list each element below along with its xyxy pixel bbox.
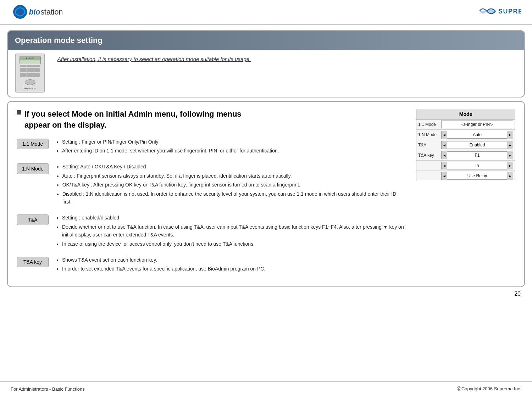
svg-text:bio: bio [29, 8, 40, 16]
mode-item-11: 1:1 Mode Setting : Finger or PIN/Finger … [17, 138, 405, 156]
page-number-box: 20 [514, 291, 521, 297]
list-item: Setting : Finger or PIN/Finger Only/Pin … [62, 138, 405, 146]
mode-desc-takey: Shows T&A event set on each function key… [56, 256, 405, 274]
operation-title: Operation mode setting [15, 36, 102, 45]
mode-tag-takey: T&A key [17, 257, 49, 267]
mode-value-1: ◁Finger or PIN▷ [442, 122, 513, 127]
mode-tag-11: 1:1 Mode [17, 139, 49, 149]
mode-control-3: ◄ Enabled ► [441, 141, 513, 149]
mode-control-2: ◄ Auto ► [441, 131, 513, 139]
bullet-square [17, 110, 21, 115]
page-number: 20 [514, 291, 521, 297]
mode-value-3: Enabled [447, 143, 507, 147]
mode-item-ta: T&A Setting : enabled/disabled Decide wh… [17, 214, 405, 249]
mode-panel-row-6: ◄ Use Relay ► [416, 171, 515, 181]
mode-control-5: ◄ In ► [441, 162, 513, 169]
mode-panel-row-2: 1:N Mode ◄ Auto ► [416, 130, 515, 140]
list-item: Auto : Fingerprint sensor is always on s… [62, 172, 405, 180]
mode-arrow-left-2[interactable]: ◄ [442, 131, 447, 139]
mode-label-3: T&A [418, 143, 441, 147]
footer-right: ⓒCopyright 2006 Suprema Inc. [457, 386, 521, 392]
list-item: Decide whether or not to use T&A functio… [62, 223, 405, 239]
mode-desc-ta: Setting : enabled/disabled Decide whethe… [56, 214, 405, 249]
mode-label-4: T&A key [418, 153, 441, 158]
list-item: Shows T&A event set on each function key… [62, 256, 405, 264]
list-item: After entering ID on 1:1 mode, set wheth… [62, 147, 405, 155]
mode-item-takey: T&A key Shows T&A event set on each func… [17, 256, 405, 274]
mode-arrow-left-6[interactable]: ◄ [442, 172, 447, 180]
content-section: If you select Mode on initial Admin menu… [7, 101, 525, 287]
list-item: Disabled : 1:N identification is not use… [62, 190, 405, 206]
device-keypad [20, 65, 40, 77]
mode-value-5: In [447, 163, 507, 168]
intro-line2: appear on the display. [24, 121, 106, 129]
operation-box: Operation mode setting biostation b [7, 30, 525, 97]
mode-label-1: 1:1 Mode [418, 122, 441, 127]
list-item: Setting : enabled/disabled [62, 214, 405, 222]
mode-panel-row-3: T&A ◄ Enabled ► [416, 140, 515, 150]
mode-tag-1n: 1:N Mode [17, 163, 49, 174]
list-item: In case of using the device for access c… [62, 240, 405, 248]
mode-arrow-right-5[interactable]: ► [507, 162, 513, 169]
top-header: bio station SUPREMA [0, 0, 532, 25]
intro-text: If you select Mode on initial Admin menu… [24, 109, 242, 131]
mode-control-6: ◄ Use Relay ► [441, 172, 513, 180]
mode-desc-1n: Setting: Auto / OK/T&A Key / Disabled Au… [56, 163, 405, 207]
device-image: biostation biostation [15, 54, 50, 93]
mode-value-2: Auto [447, 132, 507, 137]
svg-text:station: station [40, 8, 63, 16]
subtitle-text: After installation, it is necessary to s… [57, 54, 251, 63]
list-item: OK/T&A key : After pressing OK key or T&… [62, 181, 405, 189]
list-item: In order to set extended T&A events for … [62, 265, 405, 273]
mode-arrow-right-4[interactable]: ► [507, 151, 513, 159]
mode-panel-row-1: 1:1 Mode ◁Finger or PIN▷ [416, 119, 515, 130]
logo-suprema: SUPREMA [475, 2, 521, 22]
mode-panel: Mode 1:1 Mode ◁Finger or PIN▷ 1:N Mode ◄… [416, 109, 515, 181]
mode-panel-row-5: ◄ In ► [416, 161, 515, 171]
mode-arrow-right-3[interactable]: ► [507, 141, 513, 149]
logo-biostation: bio station [11, 3, 67, 21]
mode-value-6: Use Relay [447, 173, 507, 178]
mode-desc-11: Setting : Finger or PIN/Finger Only/Pin … [56, 138, 405, 156]
svg-text:SUPREMA: SUPREMA [498, 8, 521, 15]
list-item: Setting: Auto / OK/T&A Key / Disabled [62, 163, 405, 171]
mode-tag-ta: T&A [17, 214, 49, 225]
footer-left: For Administrators - Basic Functions [11, 386, 85, 392]
mode-label-2: 1:N Mode [418, 132, 441, 137]
mode-arrow-left-3[interactable]: ◄ [442, 141, 447, 149]
page-footer: For Administrators - Basic Functions ⓒCo… [0, 381, 532, 396]
device-subtitle-row: biostation biostation After installation… [8, 50, 524, 93]
mode-arrow-left-4[interactable]: ◄ [442, 151, 447, 159]
mode-arrow-left-5[interactable]: ◄ [442, 162, 447, 169]
device-screen: biostation [20, 56, 41, 64]
mode-panel-row-4: T&A key ◄ F1 ► [416, 150, 515, 161]
operation-header: Operation mode setting [8, 31, 524, 50]
mode-arrow-right-2[interactable]: ► [507, 131, 513, 139]
mode-arrow-right-6[interactable]: ► [507, 172, 513, 180]
mode-panel-header: Mode [416, 109, 515, 119]
intro-line1: If you select Mode on initial Admin menu… [24, 110, 242, 118]
mode-value-4: F1 [447, 153, 507, 158]
mode-item-1n: 1:N Mode Setting: Auto / OK/T&A Key / Di… [17, 163, 405, 207]
mode-control-1: ◁Finger or PIN▷ [441, 121, 513, 128]
mode-control-4: ◄ F1 ► [441, 151, 513, 159]
